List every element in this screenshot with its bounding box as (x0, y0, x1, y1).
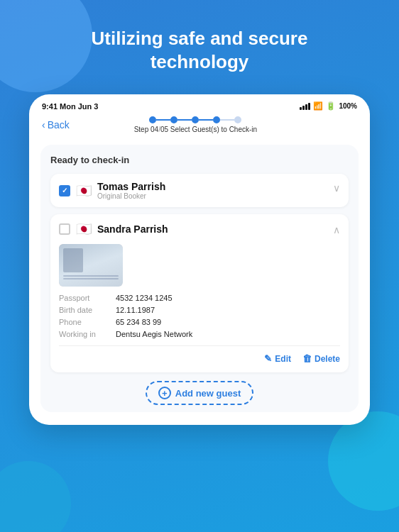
edit-label: Edit (275, 354, 291, 364)
progress-dot-5 (234, 116, 241, 123)
guest-2-info: Sandra Parrish (97, 223, 168, 235)
step-current: 04 (151, 126, 158, 133)
passport-label: Passport (59, 294, 116, 302)
ready-label: Ready to check-in (50, 155, 349, 165)
progress-dot-3 (192, 116, 199, 123)
guest-2-flag: 🇯🇵 (76, 221, 92, 237)
guest-1-sub: Original Booker (97, 192, 165, 200)
signal-icon (300, 103, 310, 110)
add-guest-row: + Add new guest (50, 381, 349, 405)
delete-label: Delete (315, 354, 340, 364)
guest-row-tomas[interactable]: ✓ 🇯🇵 Tomas Parrish Original Booker ∨ (50, 174, 349, 207)
progress-dot-2 (170, 116, 177, 123)
chevron-down-icon-1: ∨ (333, 181, 340, 194)
detail-row-working: Working in Dentsu Aegis Network (59, 330, 340, 338)
detail-row-phone: Phone 65 234 83 99 (59, 318, 340, 326)
phone-label: Phone (59, 318, 116, 326)
working-value: Dentsu Aegis Network (116, 330, 192, 338)
add-guest-button[interactable]: + Add new guest (146, 381, 253, 405)
step-label: Step 04/05 Select Guest(s) to Check-in (134, 126, 257, 133)
birthdate-value: 12.11.1987 (116, 306, 155, 314)
guest-2-name: Sandra Parrish (97, 223, 168, 235)
back-label: Back (48, 119, 70, 131)
chevron-up-icon-2: ∧ (333, 223, 340, 235)
wifi-icon: 📶 (313, 101, 323, 111)
guest-1-info: Tomas Parrish Original Booker (97, 181, 165, 200)
guest-1-flag: 🇯🇵 (76, 183, 92, 199)
step-description: Select Guest(s) to Check-in (170, 126, 257, 133)
edit-button[interactable]: ✎ Edit (264, 353, 291, 364)
trash-icon: 🗑 (302, 353, 312, 364)
card-area: Ready to check-in ✓ 🇯🇵 Tomas Parrish Ori… (40, 145, 359, 412)
progress-dot-4 (213, 116, 220, 123)
plus-circle-icon: + (158, 387, 171, 399)
detail-table: Passport 4532 1234 1245 Birth date 12.11… (59, 294, 340, 338)
guest-2-checkbox[interactable] (59, 223, 70, 235)
progress-line-1 (156, 119, 170, 121)
guest-2-header: 🇯🇵 Sandra Parrish ∧ (59, 221, 340, 237)
birthdate-label: Birth date (59, 306, 116, 314)
divider (59, 345, 340, 346)
battery-icon: 🔋 (326, 101, 336, 111)
guest-1-name: Tomas Parrish (97, 181, 165, 192)
working-label: Working in (59, 330, 116, 338)
detail-row-birthdate: Birth date 12.11.1987 (59, 306, 340, 314)
guest-row-sandra: 🇯🇵 Sandra Parrish ∧ (50, 214, 349, 372)
status-time: 9:41 Mon Jun 3 (42, 102, 98, 111)
passport-value: 4532 1234 1245 (116, 294, 173, 302)
step-progress: Step 04/05 Select Guest(s) to Check-in (70, 116, 322, 133)
passport-mrz-lines (63, 275, 119, 281)
progress-line-3 (199, 119, 213, 121)
actions-row: ✎ Edit 🗑 Delete (59, 353, 340, 364)
progress-line-4 (220, 119, 234, 121)
passport-image (59, 244, 123, 287)
progress-dot-1 (149, 116, 156, 123)
guest-1-checkbox[interactable]: ✓ (59, 185, 70, 196)
nav-bar: ‹ Back Step 04/05 Select Guest(s (29, 113, 370, 135)
passport-photo (63, 248, 83, 272)
phone-value: 65 234 83 99 (116, 318, 161, 326)
edit-icon: ✎ (264, 353, 272, 364)
delete-button[interactable]: 🗑 Delete (302, 353, 340, 364)
detail-row-passport: Passport 4532 1234 1245 (59, 294, 340, 302)
progress-dots (149, 116, 241, 123)
page-header-title: Utilizing safe and secure technology (63, 27, 337, 73)
add-guest-label: Add new guest (175, 388, 241, 399)
chevron-left-icon: ‹ (42, 119, 45, 131)
checkmark-icon: ✓ (62, 187, 67, 194)
back-button[interactable]: ‹ Back (42, 119, 70, 131)
progress-line-2 (177, 119, 192, 121)
battery-label: 100% (339, 102, 357, 110)
phone-mockup: 9:41 Mon Jun 3 📶 🔋 100% ‹ Back (29, 94, 370, 425)
step-total: 05 (160, 126, 168, 133)
status-bar: 9:41 Mon Jun 3 📶 🔋 100% (29, 94, 370, 113)
